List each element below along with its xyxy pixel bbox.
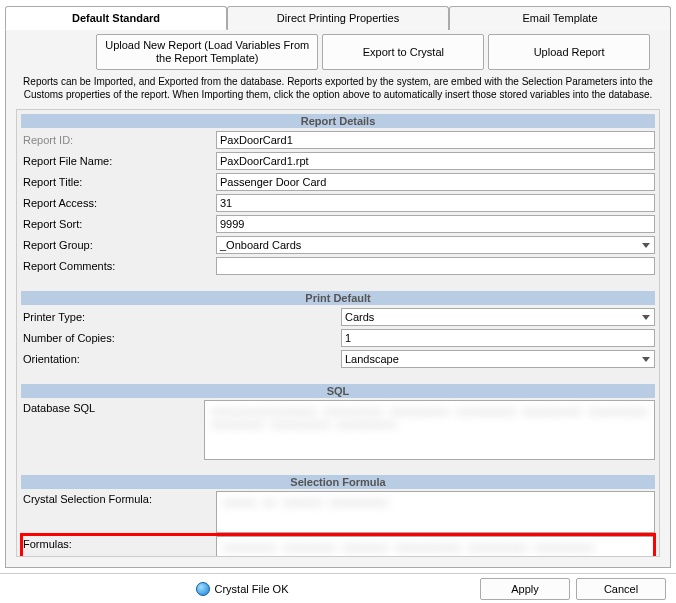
- blurred-sql-placeholder: xxxxxxxx xxxxxxxxx xxxxxxxxx: [211, 418, 648, 431]
- formulas-textarea[interactable]: xxxxxxxx xxxxxxxx xxxxxxx xxxxxxxxxx xxx…: [216, 536, 655, 557]
- report-file-name-input[interactable]: [216, 152, 655, 170]
- report-title-label: Report Title:: [21, 176, 216, 188]
- printer-type-label: Printer Type:: [21, 311, 341, 323]
- status-text: Crystal File OK: [215, 583, 289, 595]
- crystal-selection-formula-label: Crystal Selection Formula:: [21, 491, 216, 505]
- report-title-input[interactable]: [216, 173, 655, 191]
- orientation-label: Orientation:: [21, 353, 341, 365]
- formulas-label: Formulas:: [21, 536, 216, 550]
- formulas-row-highlight: Formulas: xxxxxxxx xxxxxxxx xxxxxxx xxxx…: [21, 534, 655, 557]
- report-group-select[interactable]: _Onboard Cards: [216, 236, 655, 254]
- report-access-label: Report Access:: [21, 197, 216, 209]
- report-file-name-label: Report File Name:: [21, 155, 216, 167]
- upload-new-report-button[interactable]: Upload New Report (Load Variables From t…: [96, 34, 318, 70]
- crystal-selection-formula-textarea[interactable]: xxxxx xx xxxxxx xxxxxxxxx: [216, 491, 655, 533]
- cancel-button[interactable]: Cancel: [576, 578, 666, 600]
- upload-report-button[interactable]: Upload Report: [488, 34, 650, 70]
- report-sort-input[interactable]: [216, 215, 655, 233]
- section-selection-formula: Selection Formula: [21, 475, 655, 489]
- tab-direct-printing[interactable]: Direct Printing Properties: [227, 6, 449, 30]
- blurred-formulas-placeholder: xxxxxxxx xxxxxxxx xxxxxxx xxxxxxxxxx xxx…: [223, 541, 648, 554]
- section-print-default: Print Default: [21, 291, 655, 305]
- report-group-label: Report Group:: [21, 239, 216, 251]
- printer-type-select[interactable]: Cards: [341, 308, 655, 326]
- report-comments-label: Report Comments:: [21, 260, 216, 272]
- tab-default-standard[interactable]: Default Standard: [5, 6, 227, 30]
- help-text: Reports can be Imported, and Exported fr…: [6, 74, 670, 107]
- globe-icon: [196, 582, 210, 596]
- database-sql-label: Database SQL: [21, 400, 204, 414]
- report-sort-label: Report Sort:: [21, 218, 216, 230]
- database-sql-textarea[interactable]: xxxxxxxxxxxxxxxx xxxxxxxxx xxxxxxxxx xxx…: [204, 400, 655, 460]
- section-sql: SQL: [21, 384, 655, 398]
- blurred-formula-placeholder: xxxxx xx xxxxxx xxxxxxxxx: [223, 496, 648, 509]
- apply-button[interactable]: Apply: [480, 578, 570, 600]
- orientation-select[interactable]: Landscape: [341, 350, 655, 368]
- tab-email-template[interactable]: Email Template: [449, 6, 671, 30]
- report-id-label: Report ID:: [21, 134, 216, 146]
- report-id-value: PaxDoorCard1: [216, 131, 655, 149]
- blurred-sql-placeholder: xxxxxxxxxxxxxxxx xxxxxxxxx xxxxxxxxx xxx…: [211, 405, 648, 418]
- export-to-crystal-button[interactable]: Export to Crystal: [322, 34, 484, 70]
- number-of-copies-input[interactable]: [341, 329, 655, 347]
- number-of-copies-label: Number of Copies:: [21, 332, 341, 344]
- section-report-details: Report Details: [21, 114, 655, 128]
- report-access-input[interactable]: [216, 194, 655, 212]
- report-comments-input[interactable]: [216, 257, 655, 275]
